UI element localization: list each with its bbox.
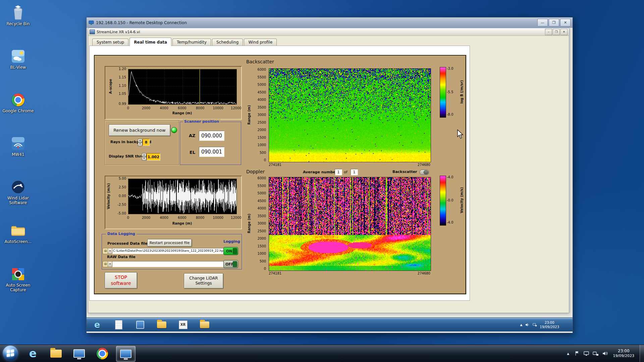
system-tray: ▲ 23:00 19/09/2023 — [566, 345, 644, 362]
desktop-icon-bl-view[interactable]: BL-View — [1, 48, 35, 70]
snr-threshold-value[interactable]: 1.002 — [147, 153, 160, 161]
processed-browse-button[interactable]: ▾ — [108, 248, 112, 254]
bl-view-icon — [11, 48, 25, 64]
app-titlebar[interactable]: StreamLine XR v14-6.vi – ❐ ✕ — [88, 28, 569, 36]
desktop-icon-label: Google Chrome — [2, 109, 34, 114]
remote-volume-icon[interactable] — [525, 322, 530, 327]
axis-tick: 274181 — [269, 163, 296, 167]
rdp-titlebar[interactable]: 192.168.0.150 - Remote Desktop Connectio… — [87, 17, 573, 28]
desktop-icon-chrome[interactable]: Google Chrome — [1, 92, 35, 114]
axis-tick: 500 — [251, 259, 266, 263]
snr-spinner[interactable]: ▲▼ — [142, 153, 146, 161]
backscatter-heatmap — [269, 68, 431, 162]
mouse-cursor-icon — [457, 129, 464, 139]
desktop-icon-wind-lidar[interactable]: Wind Lidar Software — [1, 179, 35, 205]
rdp-minimize-button[interactable]: — — [537, 19, 548, 26]
velocity-xlabel: Range (m) — [128, 222, 236, 225]
change-lidar-settings-button[interactable]: Change LiDAR Settings — [184, 273, 223, 289]
az-label: AZ — [189, 133, 196, 138]
desktop-icon-label: Wind Lidar Software — [2, 196, 34, 205]
tab-page-real-time-data: A-scope Range (m) Renew background now R… — [89, 46, 470, 301]
restart-processed-file-button[interactable]: Restart processed file — [147, 239, 192, 247]
tab-scheduling[interactable]: Scheduling — [212, 39, 243, 46]
volume-icon[interactable] — [602, 351, 608, 356]
tab-real-time-data[interactable]: Real time data — [129, 38, 171, 46]
average-number-field[interactable]: 1 — [335, 169, 342, 175]
desktop-icon-mw41[interactable]: MW41 — [1, 135, 35, 157]
raw-path-field[interactable] — [112, 261, 225, 267]
remote-xr-app-icon[interactable]: XR — [178, 319, 188, 330]
tab-wind-profile[interactable]: Wind profile — [244, 39, 277, 46]
doppler-heatmap — [269, 177, 431, 271]
axis-tick: 6000 — [251, 176, 266, 180]
host-clock[interactable]: 23:00 19/09/2023 — [613, 349, 634, 359]
remote-clock[interactable]: 23:00 19/09/2023 — [540, 320, 559, 329]
windows-flag-icon — [7, 349, 14, 357]
host-clock-date: 19/09/2023 — [613, 354, 634, 358]
axis-tick: 274680 — [404, 163, 430, 167]
axis-tick: 12000 — [228, 106, 244, 110]
action-center-flag-icon[interactable] — [574, 351, 580, 356]
scanner-position-group-label: Scanner position — [183, 119, 220, 124]
chrome-icon — [12, 92, 24, 108]
tray-show-hidden-icon[interactable]: ▲ — [566, 352, 571, 355]
az-value-field[interactable]: 090.000 — [199, 131, 224, 141]
backscatter-doppler-switch[interactable] — [420, 170, 429, 175]
desktop-icon-recycle-bin[interactable]: Recycle Bin — [1, 5, 35, 26]
display-icon[interactable] — [583, 351, 589, 356]
stop-software-button[interactable]: STOP software — [105, 272, 137, 289]
remote-notepad-icon[interactable] — [113, 319, 124, 330]
rays-spinner[interactable]: ▲▼ — [138, 139, 142, 146]
axis-tick: 5500 — [251, 75, 266, 79]
raw-browse-button[interactable]: ▾ — [108, 261, 112, 267]
app-close-button[interactable]: ✕ — [560, 29, 568, 35]
app-minimize-button[interactable]: – — [545, 29, 552, 35]
desktop-icon-autoscreen[interactable]: AutoScreen... — [1, 223, 35, 244]
axis-tick: 3500 — [251, 106, 266, 109]
taskbar-chrome-icon[interactable] — [93, 346, 112, 361]
rays-in-background-value[interactable]: 8 — [143, 139, 150, 146]
axis-tick: 274680 — [404, 272, 430, 275]
tab-system-setup[interactable]: System setup — [92, 39, 128, 46]
axis-tick: 6000 — [174, 216, 190, 220]
taskbar-explorer-icon[interactable] — [47, 346, 65, 361]
remote-app-icon[interactable] — [135, 319, 145, 330]
renew-background-button[interactable]: Renew background now — [109, 124, 170, 136]
doppler-title: Doppler — [246, 169, 265, 174]
axis-tick: 0.99 — [108, 102, 126, 106]
taskbar-rdp-button[interactable] — [116, 346, 136, 362]
desktop-icon-label: AutoScreen... — [5, 240, 32, 244]
autoscreen-icon — [11, 223, 25, 239]
show-desktop-button[interactable] — [640, 345, 644, 362]
axis-tick: -4.0 — [447, 221, 460, 224]
desktop-icon-auto-screen-capture[interactable]: Auto Screen Capture — [1, 266, 35, 293]
taskbar-ie-icon[interactable]: e — [23, 346, 42, 361]
axis-tick: 1.15 — [108, 75, 126, 79]
backscatter-switch-label: Backscatter — [392, 170, 417, 174]
tab-temp-humidity[interactable]: Temp/humidity — [172, 39, 211, 46]
rdp-maximize-button[interactable]: ❐ — [549, 19, 559, 26]
recycle-bin-icon — [11, 5, 25, 21]
ascope-xlabel: Range (m) — [128, 111, 236, 115]
processed-logging-toggle[interactable]: ON — [223, 247, 238, 255]
axis-tick: 12000 — [228, 216, 244, 220]
remote-ie-icon[interactable]: e — [92, 319, 102, 330]
remote-explorer-icon[interactable] — [199, 319, 210, 330]
remote-tray: ▲ 23:00 19/09/2023 — [520, 318, 559, 331]
average-total-field[interactable]: 1 — [351, 169, 358, 175]
processed-path-field[interactable]: C:\LidarA\Data\Proc\2023\202309\20230919… — [112, 248, 225, 254]
el-value-field[interactable]: 090.001 — [199, 147, 224, 157]
remote-network-icon[interactable] — [532, 322, 537, 327]
logging-label: Logging — [223, 239, 240, 244]
taskbar-media-app-icon[interactable] — [70, 346, 89, 361]
network-icon[interactable] — [593, 351, 599, 356]
app-restore-button[interactable]: ❐ — [553, 29, 560, 35]
axis-tick: 2000 — [138, 106, 154, 110]
remote-tray-arrow-icon[interactable]: ▲ — [520, 323, 522, 326]
axis-tick: -3.0 — [447, 67, 460, 70]
axis-tick: 8000 — [192, 106, 208, 110]
remote-folder-icon[interactable] — [156, 319, 167, 330]
start-button[interactable] — [3, 346, 18, 361]
rdp-close-button[interactable]: ✕ — [560, 19, 571, 26]
raw-logging-toggle[interactable]: OFF — [223, 260, 238, 268]
